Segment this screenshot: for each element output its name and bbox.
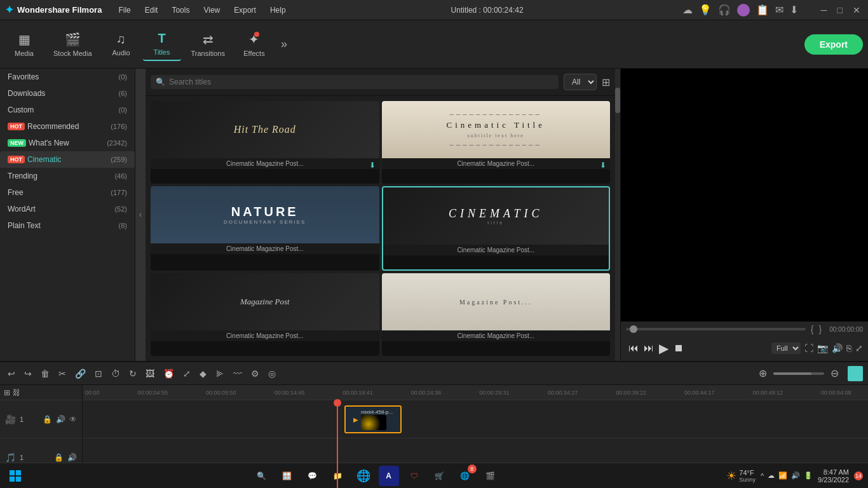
mail-icon[interactable]: ✉ bbox=[775, 4, 783, 16]
title-card-1[interactable]: Hit The Road ⬇ Cinematic Magazine Post..… bbox=[151, 101, 379, 184]
title-card-2[interactable]: ────────────── Cinematic Title subtitle … bbox=[382, 101, 611, 184]
link-button[interactable]: 🔗 bbox=[72, 366, 88, 381]
taskbar-edge[interactable]: 🌐 bbox=[353, 466, 374, 486]
quality-select[interactable]: Full 1/2 1/4 bbox=[771, 342, 801, 354]
bulb-icon[interactable]: 💡 bbox=[699, 4, 712, 16]
sidebar-item-trending[interactable]: Trending (46) bbox=[0, 168, 135, 184]
sidebar-item-downloads[interactable]: Downloads (6) bbox=[0, 85, 135, 102]
bookmark-icon[interactable]: 📋 bbox=[756, 4, 769, 16]
crop-button[interactable]: ⊡ bbox=[92, 366, 105, 381]
download-icon[interactable]: ⬇ bbox=[790, 4, 798, 16]
sidebar-collapse-button[interactable]: ‹ bbox=[135, 69, 146, 361]
delete-button[interactable]: 🗑 bbox=[38, 366, 52, 381]
zoom-in-button[interactable]: ⊕ bbox=[755, 366, 771, 381]
video-volume-icon[interactable]: 🔊 bbox=[56, 415, 65, 424]
maximize-button[interactable]: □ bbox=[835, 3, 845, 18]
notification-badge[interactable]: 14 bbox=[854, 471, 863, 480]
sidebar-item-cinematic[interactable]: HOT Cinematic (259) bbox=[0, 151, 135, 168]
sidebar-item-free[interactable]: Free (177) bbox=[0, 184, 135, 201]
share-icon[interactable]: ⎘ bbox=[846, 343, 851, 353]
step-forward-button[interactable]: ⏭ bbox=[641, 340, 656, 356]
video-clip[interactable]: ▶ mixkit-458-p... bbox=[344, 405, 402, 433]
taskbar-explorer[interactable]: 📁 bbox=[328, 466, 348, 486]
link-tracks-button[interactable]: ⛓ bbox=[13, 388, 20, 397]
menu-tools[interactable]: Tools bbox=[165, 3, 196, 17]
grid-toggle-button[interactable]: ⊞ bbox=[602, 76, 610, 88]
audio-mute-icon[interactable]: 🔊 bbox=[67, 453, 77, 462]
title-card-4[interactable]: CINEMATIC title Cinematic Magazine Post.… bbox=[382, 186, 611, 271]
taskbar-taskview[interactable]: 🪟 bbox=[277, 466, 297, 486]
fit-button[interactable]: ⤢ bbox=[180, 366, 193, 381]
duration-button[interactable]: ⏱ bbox=[109, 366, 123, 381]
tool-titles[interactable]: T Titles bbox=[143, 27, 181, 61]
audio-lock-icon[interactable]: 🔒 bbox=[54, 453, 64, 462]
taskbar-chrome[interactable]: 🌐 8 bbox=[455, 466, 475, 486]
taskbar-search[interactable]: 🔍 bbox=[252, 466, 272, 486]
start-button[interactable] bbox=[5, 466, 25, 486]
minimize-button[interactable]: ─ bbox=[818, 3, 830, 18]
taskbar-app-a[interactable]: A bbox=[379, 466, 399, 486]
taskbar-filmora[interactable]: 🎬 bbox=[480, 466, 501, 486]
video-eye-icon[interactable]: 👁 bbox=[69, 415, 77, 424]
rotation-button[interactable]: ↻ bbox=[126, 366, 139, 381]
wifi-icon[interactable]: 📶 bbox=[778, 471, 787, 480]
timer-button[interactable]: ⏰ bbox=[161, 366, 177, 381]
menu-file[interactable]: File bbox=[112, 3, 137, 17]
split-button[interactable]: ⫸ bbox=[213, 366, 227, 381]
title-card-5[interactable]: Magazine Post Cinematic Magazine Post... bbox=[151, 273, 379, 356]
zoom-slider[interactable] bbox=[773, 372, 824, 375]
zoom-out-button[interactable]: ⊖ bbox=[827, 366, 843, 381]
tool-transitions[interactable]: ⇄ Transitions bbox=[184, 28, 233, 61]
resize-icon[interactable]: ⤢ bbox=[855, 343, 863, 353]
add-track-button[interactable]: ⊞ bbox=[4, 388, 10, 397]
more-tools-button[interactable]: » bbox=[276, 32, 292, 56]
stop-button[interactable]: ⏹ bbox=[671, 340, 686, 356]
redo-button[interactable]: ↪ bbox=[22, 366, 34, 381]
cloud-tray-icon[interactable]: ☁ bbox=[768, 471, 775, 480]
avatar[interactable] bbox=[737, 4, 750, 17]
progress-bar[interactable] bbox=[626, 328, 806, 330]
filter-select[interactable]: All bbox=[564, 74, 597, 90]
search-input[interactable] bbox=[169, 78, 553, 86]
taskbar-store[interactable]: 🛒 bbox=[430, 466, 450, 486]
battery-icon[interactable]: 🔋 bbox=[804, 471, 813, 480]
sidebar-item-recommended[interactable]: HOT Recommended (176) bbox=[0, 118, 135, 135]
fullscreen-icon[interactable]: ⛶ bbox=[804, 343, 813, 353]
tool-stock-media[interactable]: 🎬 Stock Media bbox=[46, 28, 100, 61]
progress-knob[interactable] bbox=[630, 325, 637, 333]
title-card-3[interactable]: NATURE DOCUMENTARY SERIES Cinematic Maga… bbox=[151, 186, 379, 271]
sidebar-item-wordart[interactable]: WordArt (52) bbox=[0, 201, 135, 217]
sidebar-item-plain-text[interactable]: Plain Text (8) bbox=[0, 217, 135, 234]
tool-audio[interactable]: ♫ Audio bbox=[102, 28, 140, 60]
menu-edit[interactable]: Edit bbox=[139, 3, 165, 17]
cloud-icon[interactable]: ☁ bbox=[682, 4, 693, 16]
taskbar-mcafee[interactable]: 🛡 bbox=[404, 466, 424, 486]
menu-export[interactable]: Export bbox=[227, 3, 262, 17]
title-card-6[interactable]: Magazine Post... Cinematic Magazine Post… bbox=[382, 273, 611, 356]
image-button[interactable]: 🖼 bbox=[143, 366, 157, 381]
volume-tray-icon[interactable]: 🔊 bbox=[791, 471, 800, 480]
taskbar-chat[interactable]: 💬 bbox=[302, 466, 323, 486]
headphone-icon[interactable]: 🎧 bbox=[718, 4, 731, 16]
scroll-indicator[interactable] bbox=[615, 69, 620, 361]
search-box[interactable]: 🔍 bbox=[151, 75, 559, 89]
play-button[interactable]: ▶ bbox=[656, 338, 671, 358]
sidebar-item-favorites[interactable]: Favorites (0) bbox=[0, 69, 135, 85]
tool-effects[interactable]: ✦ Effects bbox=[235, 28, 273, 61]
cut-button[interactable]: ✂ bbox=[56, 366, 69, 381]
volume-icon[interactable]: 🔊 bbox=[832, 343, 843, 353]
tray-expand-icon[interactable]: ^ bbox=[761, 472, 764, 480]
sidebar-item-custom[interactable]: Custom (0) bbox=[0, 102, 135, 118]
sidebar-item-whats-new[interactable]: NEW What's New (2342) bbox=[0, 135, 135, 151]
settings-button[interactable]: ⚙ bbox=[248, 366, 262, 381]
close-button[interactable]: ✕ bbox=[850, 3, 863, 18]
tool-media[interactable]: ▦ Media bbox=[5, 28, 43, 61]
video-lock-icon[interactable]: 🔒 bbox=[43, 415, 52, 424]
more-button[interactable]: ◎ bbox=[266, 366, 278, 381]
camera-icon[interactable]: 📷 bbox=[817, 343, 828, 353]
menu-help[interactable]: Help bbox=[264, 3, 292, 17]
audio-button[interactable]: 〰 bbox=[231, 366, 245, 381]
marker-button[interactable]: ◆ bbox=[197, 366, 209, 381]
undo-button[interactable]: ↩ bbox=[5, 366, 18, 381]
step-back-button[interactable]: ⏮ bbox=[626, 340, 641, 356]
